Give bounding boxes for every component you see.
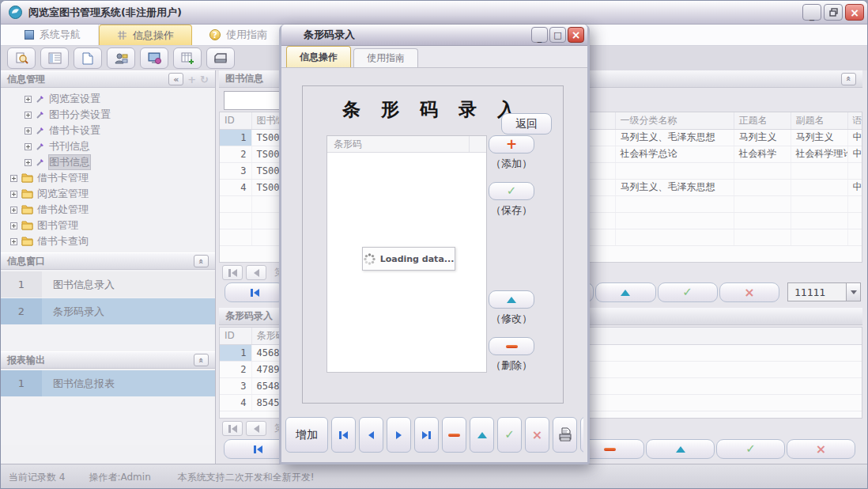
dialog-barcode-grid[interactable]: 条形码 Loading data...	[326, 135, 487, 373]
expand-icon[interactable]	[10, 238, 17, 245]
dialog-heading: 条 形 码 录 入	[342, 97, 523, 122]
dialog-title-bar: 条形码录入 _ □ ×	[281, 25, 587, 46]
tool-icon	[36, 94, 45, 104]
tool-icon	[36, 126, 45, 135]
expand-icon[interactable]	[25, 159, 32, 166]
cancel-record-button[interactable]: ×	[525, 417, 549, 453]
delete-button[interactable]	[489, 337, 534, 355]
dialog-tab-strip: 信息操作 使用指南	[281, 46, 587, 68]
chevron-down-icon	[851, 290, 857, 294]
status-bar: 当前记录数 4 操作者:Admin 本系统支持二次开发和全新开发!	[1, 464, 868, 489]
dialog-action-column: + （添加） ✓ （保存） （修改） （删除）	[477, 135, 545, 384]
dialog-maximize-button[interactable]: □	[549, 27, 566, 43]
first-page-button[interactable]	[222, 421, 243, 436]
tab-info-operation[interactable]: 信息操作	[99, 25, 192, 45]
users-icon	[115, 52, 128, 65]
add-button[interactable]: +	[489, 135, 534, 154]
edit-label: （修改）	[477, 312, 545, 326]
expand-icon[interactable]	[25, 96, 32, 103]
collapse-section-button[interactable]: «	[194, 255, 209, 267]
list-item-book-entry[interactable]: 1 图书信息录入	[1, 271, 215, 298]
append-button[interactable]: 增加	[285, 417, 328, 453]
tree-item-reading-room-manage[interactable]: 阅览室管理	[10, 186, 215, 202]
tab-user-guide[interactable]: ? 使用指南	[192, 25, 285, 45]
card-tray-button[interactable]	[206, 47, 235, 69]
minimize-button[interactable]: _	[802, 4, 821, 21]
section-info-window: 信息窗口 «	[1, 252, 215, 270]
table-add-button[interactable]	[173, 47, 202, 69]
prev-page-button[interactable]	[246, 421, 266, 436]
tree-item-book-info[interactable]: 图书信息	[10, 154, 215, 170]
tree-item-book-manage[interactable]: 图书管理	[10, 218, 215, 233]
cancel-record-button[interactable]: ×	[719, 282, 779, 302]
tree-item-reading-room-setup[interactable]: 阅览室设置	[10, 91, 215, 107]
barcode-entry-dialog: 条形码录入 _ □ × 信息操作 使用指南 条 形 码 录 入 返回 条形码	[279, 25, 590, 464]
tree-item-publication-info[interactable]: 书刊信息	[10, 138, 215, 154]
document-button[interactable]	[74, 47, 102, 69]
expand-icon[interactable]	[25, 127, 32, 135]
search-button[interactable]	[7, 47, 36, 69]
main-window: 阅览室图书管理系统(非注册用户) _ × 系统导航 信息操作 ? 使用指南 关于	[0, 0, 868, 489]
edit-record-button[interactable]	[470, 417, 494, 453]
spinner-icon	[364, 253, 376, 265]
collapse-section-button[interactable]: «	[194, 354, 209, 366]
tree-item-lending-desk-manage[interactable]: 借书处管理	[10, 202, 215, 218]
list-item-barcode-entry[interactable]: 2 条形码录入	[1, 298, 215, 324]
edit-record-button[interactable]	[595, 282, 655, 302]
print-button[interactable]	[553, 417, 577, 453]
dialog-body: 条 形 码 录 入 返回 条形码 Loading data...	[281, 68, 587, 460]
expand-icon[interactable]	[10, 175, 17, 182]
save-button[interactable]: ✓	[489, 182, 534, 200]
dialog-close-button[interactable]: ×	[568, 27, 584, 43]
dialog-tab-info-operation[interactable]: 信息操作	[286, 46, 351, 67]
refresh-icon: ↻	[200, 74, 209, 85]
close-button[interactable]: ×	[845, 4, 864, 21]
restore-button[interactable]	[824, 4, 843, 21]
tree-item-book-category-setup[interactable]: 图书分类设置	[10, 107, 215, 123]
dialog-minimize-button[interactable]: _	[531, 27, 548, 43]
expand-icon[interactable]	[10, 191, 17, 198]
expand-icon[interactable]	[10, 222, 17, 229]
record-combo[interactable]: 11111	[787, 282, 861, 301]
first-page-button[interactable]	[222, 265, 243, 280]
edit-button[interactable]	[489, 290, 534, 309]
prev-record-button[interactable]	[359, 417, 383, 453]
tool-icon	[36, 110, 45, 119]
expand-icon[interactable]	[25, 143, 32, 150]
form-icon	[48, 52, 62, 64]
edit-record-button[interactable]	[646, 439, 715, 459]
document-icon	[82, 52, 93, 65]
prev-page-button[interactable]	[246, 265, 266, 280]
dialog-title: 条形码录入	[304, 28, 355, 42]
folder-icon	[21, 205, 33, 214]
collapse-panel-button[interactable]: «	[168, 73, 183, 85]
tree-item-card-manage[interactable]: 借书卡管理	[10, 170, 215, 186]
tree-item-card-setup[interactable]: 借书卡设置	[10, 123, 215, 138]
expand-icon[interactable]	[10, 207, 17, 214]
loading-indicator: Loading data...	[362, 247, 455, 271]
users-button[interactable]	[107, 47, 135, 69]
tab-system-nav[interactable]: 系统导航	[7, 25, 99, 45]
print-preview-button[interactable]	[580, 417, 583, 453]
post-record-button[interactable]: ✓	[658, 282, 718, 302]
post-record-button[interactable]: ✓	[716, 439, 785, 459]
barcode-pager: 第	[222, 421, 284, 436]
search-icon	[15, 51, 28, 65]
dropdown-button[interactable]	[846, 283, 860, 301]
monitor-button[interactable]	[140, 47, 168, 69]
post-record-button[interactable]: ✓	[497, 417, 522, 453]
cancel-record-button[interactable]: ×	[787, 439, 855, 459]
list-item-book-report[interactable]: 1 图书信息报表	[1, 370, 215, 396]
next-record-button[interactable]	[387, 417, 411, 453]
dialog-tab-user-guide[interactable]: 使用指南	[353, 48, 418, 67]
back-button[interactable]: 返回	[501, 113, 552, 135]
expand-icon[interactable]	[25, 112, 32, 119]
collapse-panel-button[interactable]: «	[841, 73, 856, 85]
first-record-button[interactable]	[331, 417, 356, 453]
delete-record-button[interactable]	[442, 417, 466, 453]
form-button[interactable]	[40, 47, 69, 69]
first-record-button[interactable]	[225, 282, 285, 302]
last-record-button[interactable]	[414, 417, 439, 453]
folder-icon	[21, 221, 33, 230]
tree-item-card-query[interactable]: 借书卡查询	[10, 233, 215, 249]
